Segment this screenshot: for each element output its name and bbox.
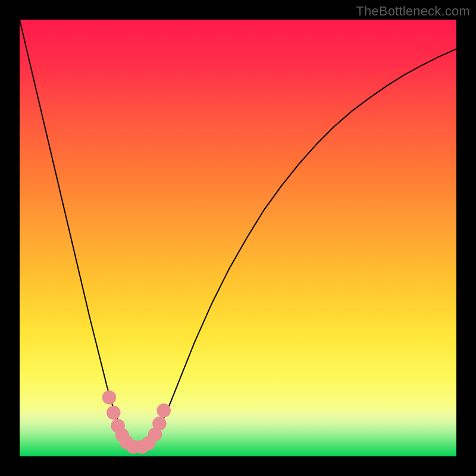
marker-dot xyxy=(102,390,116,404)
gradient-background xyxy=(20,20,456,456)
marker-dot xyxy=(107,406,120,419)
marker-dot xyxy=(152,416,166,430)
plot-area xyxy=(20,20,456,456)
marker-dot xyxy=(156,403,170,417)
watermark-text: TheBottleneck.com xyxy=(356,4,470,19)
chart-svg xyxy=(20,20,456,456)
chart-frame: TheBottleneck.com xyxy=(0,0,476,476)
